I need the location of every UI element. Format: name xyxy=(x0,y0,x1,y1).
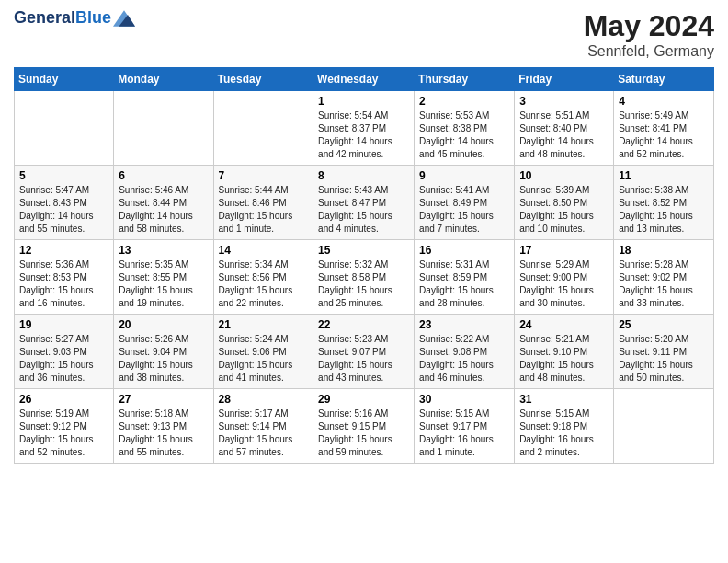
day-number: 30 xyxy=(419,393,509,406)
calendar-week-row: 5Sunrise: 5:47 AMSunset: 8:43 PMDaylight… xyxy=(15,166,714,240)
day-number: 3 xyxy=(519,95,609,108)
calendar-week-row: 12Sunrise: 5:36 AMSunset: 8:53 PMDayligh… xyxy=(15,240,714,315)
day-info: Sunrise: 5:39 AMSunset: 8:50 PMDaylight:… xyxy=(519,184,609,236)
day-number: 20 xyxy=(119,318,208,331)
table-row: 31Sunrise: 5:15 AMSunset: 9:18 PMDayligh… xyxy=(515,389,614,464)
col-thursday: Thursday xyxy=(415,68,515,91)
col-saturday: Saturday xyxy=(614,68,714,91)
day-info: Sunrise: 5:15 AMSunset: 9:17 PMDaylight:… xyxy=(419,408,509,459)
day-number: 12 xyxy=(19,244,108,257)
day-number: 10 xyxy=(519,169,609,182)
col-sunday: Sunday xyxy=(15,68,114,91)
day-info: Sunrise: 5:15 AMSunset: 9:18 PMDaylight:… xyxy=(519,408,609,459)
table-row xyxy=(213,91,313,166)
day-number: 8 xyxy=(318,169,409,182)
day-number: 16 xyxy=(419,244,509,257)
calendar-week-row: 26Sunrise: 5:19 AMSunset: 9:12 PMDayligh… xyxy=(15,389,714,464)
day-info: Sunrise: 5:21 AMSunset: 9:10 PMDaylight:… xyxy=(519,333,609,385)
table-row: 30Sunrise: 5:15 AMSunset: 9:17 PMDayligh… xyxy=(415,389,515,464)
table-row: 14Sunrise: 5:34 AMSunset: 8:56 PMDayligh… xyxy=(213,240,313,315)
day-number: 26 xyxy=(19,393,108,406)
day-info: Sunrise: 5:49 AMSunset: 8:41 PMDaylight:… xyxy=(619,109,709,161)
header: GeneralBlue May 2024 Sennfeld, Germany xyxy=(14,9,714,60)
table-row: 11Sunrise: 5:38 AMSunset: 8:52 PMDayligh… xyxy=(614,166,714,240)
table-row: 12Sunrise: 5:36 AMSunset: 8:53 PMDayligh… xyxy=(15,240,114,315)
table-row: 17Sunrise: 5:29 AMSunset: 9:00 PMDayligh… xyxy=(515,240,614,315)
day-info: Sunrise: 5:20 AMSunset: 9:11 PMDaylight:… xyxy=(619,333,709,385)
table-row: 18Sunrise: 5:28 AMSunset: 9:02 PMDayligh… xyxy=(614,240,714,315)
day-number: 11 xyxy=(619,169,709,182)
table-row: 29Sunrise: 5:16 AMSunset: 9:15 PMDayligh… xyxy=(313,389,415,464)
day-number: 17 xyxy=(519,244,609,257)
table-row: 15Sunrise: 5:32 AMSunset: 8:58 PMDayligh… xyxy=(313,240,415,315)
logo-icon xyxy=(113,10,135,27)
day-info: Sunrise: 5:28 AMSunset: 9:02 PMDaylight:… xyxy=(619,259,709,310)
day-number: 15 xyxy=(318,244,409,257)
col-monday: Monday xyxy=(114,68,213,91)
day-number: 5 xyxy=(19,169,108,182)
day-info: Sunrise: 5:16 AMSunset: 9:15 PMDaylight:… xyxy=(318,408,409,459)
table-row: 1Sunrise: 5:54 AMSunset: 8:37 PMDaylight… xyxy=(313,91,415,166)
day-info: Sunrise: 5:17 AMSunset: 9:14 PMDaylight:… xyxy=(219,408,309,459)
table-row xyxy=(15,91,114,166)
day-number: 21 xyxy=(219,318,309,331)
table-row: 24Sunrise: 5:21 AMSunset: 9:10 PMDayligh… xyxy=(515,315,614,389)
calendar-week-row: 19Sunrise: 5:27 AMSunset: 9:03 PMDayligh… xyxy=(15,315,714,389)
day-info: Sunrise: 5:51 AMSunset: 8:40 PMDaylight:… xyxy=(519,109,609,161)
day-info: Sunrise: 5:24 AMSunset: 9:06 PMDaylight:… xyxy=(219,333,309,385)
day-info: Sunrise: 5:19 AMSunset: 9:12 PMDaylight:… xyxy=(19,408,108,459)
table-row xyxy=(114,91,213,166)
day-number: 14 xyxy=(219,244,309,257)
day-info: Sunrise: 5:44 AMSunset: 8:46 PMDaylight:… xyxy=(219,184,309,236)
col-friday: Friday xyxy=(515,68,614,91)
day-number: 24 xyxy=(519,318,609,331)
page-container: GeneralBlue May 2024 Sennfeld, Germany S… xyxy=(0,0,728,473)
table-row: 21Sunrise: 5:24 AMSunset: 9:06 PMDayligh… xyxy=(213,315,313,389)
calendar-header-row: Sunday Monday Tuesday Wednesday Thursday… xyxy=(15,68,714,91)
table-row: 25Sunrise: 5:20 AMSunset: 9:11 PMDayligh… xyxy=(614,315,714,389)
day-number: 2 xyxy=(419,95,509,108)
day-number: 31 xyxy=(519,393,609,406)
day-number: 27 xyxy=(119,393,208,406)
table-row: 27Sunrise: 5:18 AMSunset: 9:13 PMDayligh… xyxy=(114,389,213,464)
day-number: 29 xyxy=(318,393,409,406)
day-number: 18 xyxy=(619,244,709,257)
table-row: 16Sunrise: 5:31 AMSunset: 8:59 PMDayligh… xyxy=(415,240,515,315)
table-row: 3Sunrise: 5:51 AMSunset: 8:40 PMDaylight… xyxy=(515,91,614,166)
calendar-week-row: 1Sunrise: 5:54 AMSunset: 8:37 PMDaylight… xyxy=(15,91,714,166)
day-info: Sunrise: 5:31 AMSunset: 8:59 PMDaylight:… xyxy=(419,259,509,310)
day-number: 4 xyxy=(619,95,709,108)
table-row: 13Sunrise: 5:35 AMSunset: 8:55 PMDayligh… xyxy=(114,240,213,315)
table-row: 9Sunrise: 5:41 AMSunset: 8:49 PMDaylight… xyxy=(415,166,515,240)
day-number: 25 xyxy=(619,318,709,331)
table-row: 5Sunrise: 5:47 AMSunset: 8:43 PMDaylight… xyxy=(15,166,114,240)
logo: GeneralBlue xyxy=(14,9,135,28)
logo-text: GeneralBlue xyxy=(14,9,111,28)
day-number: 1 xyxy=(318,95,409,108)
table-row: 20Sunrise: 5:26 AMSunset: 9:04 PMDayligh… xyxy=(114,315,213,389)
day-number: 19 xyxy=(19,318,108,331)
calendar-table: Sunday Monday Tuesday Wednesday Thursday… xyxy=(14,67,714,464)
day-number: 7 xyxy=(219,169,309,182)
table-row: 4Sunrise: 5:49 AMSunset: 8:41 PMDaylight… xyxy=(614,91,714,166)
table-row xyxy=(614,389,714,464)
table-row: 19Sunrise: 5:27 AMSunset: 9:03 PMDayligh… xyxy=(15,315,114,389)
table-row: 8Sunrise: 5:43 AMSunset: 8:47 PMDaylight… xyxy=(313,166,415,240)
day-info: Sunrise: 5:27 AMSunset: 9:03 PMDaylight:… xyxy=(19,333,108,385)
title-block: May 2024 Sennfeld, Germany xyxy=(584,9,714,60)
location: Sennfeld, Germany xyxy=(584,43,714,60)
day-number: 28 xyxy=(219,393,309,406)
table-row: 2Sunrise: 5:53 AMSunset: 8:38 PMDaylight… xyxy=(415,91,515,166)
day-number: 22 xyxy=(318,318,409,331)
table-row: 22Sunrise: 5:23 AMSunset: 9:07 PMDayligh… xyxy=(313,315,415,389)
day-info: Sunrise: 5:38 AMSunset: 8:52 PMDaylight:… xyxy=(619,184,709,236)
day-info: Sunrise: 5:35 AMSunset: 8:55 PMDaylight:… xyxy=(119,259,208,310)
table-row: 23Sunrise: 5:22 AMSunset: 9:08 PMDayligh… xyxy=(415,315,515,389)
day-number: 6 xyxy=(119,169,208,182)
day-number: 13 xyxy=(119,244,208,257)
table-row: 10Sunrise: 5:39 AMSunset: 8:50 PMDayligh… xyxy=(515,166,614,240)
day-info: Sunrise: 5:46 AMSunset: 8:44 PMDaylight:… xyxy=(119,184,208,236)
day-info: Sunrise: 5:43 AMSunset: 8:47 PMDaylight:… xyxy=(318,184,409,236)
table-row: 7Sunrise: 5:44 AMSunset: 8:46 PMDaylight… xyxy=(213,166,313,240)
day-info: Sunrise: 5:32 AMSunset: 8:58 PMDaylight:… xyxy=(318,259,409,310)
